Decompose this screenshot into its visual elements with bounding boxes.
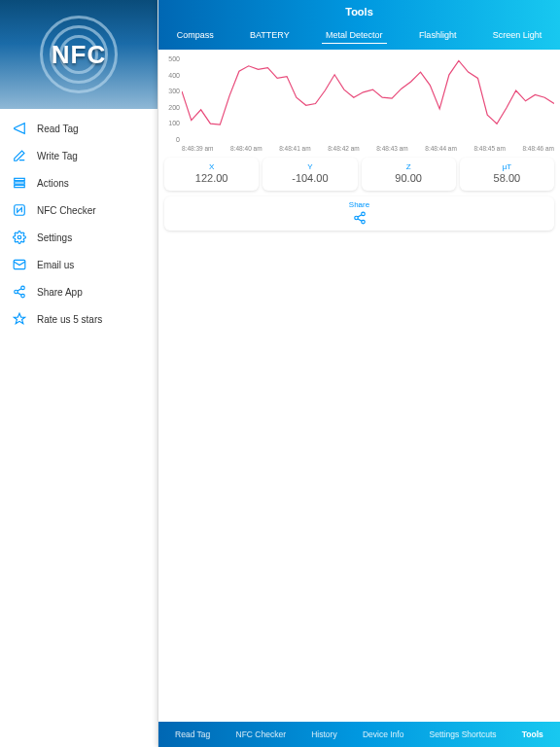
svg-point-10 — [354, 216, 358, 220]
sidebar-item-label: Actions — [37, 178, 69, 189]
reading-value: 58.00 — [462, 172, 552, 184]
sidebar-item-label: Share App — [37, 287, 83, 298]
bottom-nav: Read Tag NFC Checker History Device Info… — [158, 722, 560, 747]
reading-label: Z — [364, 162, 454, 171]
edit-icon — [12, 148, 27, 163]
svg-rect-2 — [15, 185, 25, 187]
sidebar-item-nfc-checker[interactable]: NFC Checker — [0, 196, 158, 224]
svg-point-11 — [361, 220, 365, 224]
star-icon — [12, 311, 27, 327]
reading-value: -104.00 — [264, 172, 355, 184]
sidebar-item-actions[interactable]: Actions — [0, 169, 158, 196]
sidebar-item-share-app[interactable]: Share App — [0, 278, 158, 305]
svg-point-6 — [21, 286, 25, 290]
megaphone-icon — [12, 121, 27, 136]
svg-point-8 — [21, 294, 25, 298]
bottom-item-nfc-checker[interactable]: NFC Checker — [236, 729, 286, 739]
bottom-item-read-tag[interactable]: Read Tag — [175, 729, 210, 739]
sidebar-item-label: Email us — [37, 260, 74, 270]
reading-card-x: X 122.00 — [164, 158, 259, 191]
reading-label: Y — [264, 162, 355, 171]
sidebar-item-label: Read Tag — [37, 124, 79, 134]
sidebar-item-settings[interactable]: Settings — [0, 224, 158, 251]
sidebar-item-label: Write Tag — [37, 151, 78, 161]
reading-card-z: Z 90.00 — [362, 158, 456, 191]
reading-value: 90.00 — [364, 172, 454, 184]
sidebar-hero: NFC — [0, 0, 158, 109]
page-title: Tools — [158, 0, 560, 23]
mail-icon — [12, 257, 27, 272]
reading-card-ut: µT 58.00 — [460, 158, 554, 191]
sidebar-item-email-us[interactable]: Email us — [0, 251, 158, 278]
gear-icon — [12, 230, 27, 245]
svg-point-7 — [15, 290, 18, 294]
tab-battery[interactable]: BATTERY — [246, 27, 294, 44]
sidebar-item-read-tag[interactable]: Read Tag — [0, 115, 158, 142]
bottom-item-settings-shortcuts[interactable]: Settings Shortcuts — [430, 729, 497, 739]
share-button[interactable]: Share — [164, 196, 554, 231]
tab-metal-detector[interactable]: Metal Detector — [322, 27, 387, 44]
tab-flashlight[interactable]: Flashlight — [415, 27, 461, 44]
sidebar-item-rate-us[interactable]: Rate us 5 stars — [0, 305, 158, 333]
reading-card-y: Y -104.00 — [262, 158, 357, 191]
nfc-icon — [12, 202, 27, 218]
bottom-item-tools[interactable]: Tools — [522, 729, 543, 739]
share-icon — [164, 211, 554, 225]
reading-value: 122.00 — [166, 172, 257, 184]
sidebar-item-label: Rate us 5 stars — [37, 314, 102, 325]
list-icon — [12, 175, 27, 191]
bottom-item-device-info[interactable]: Device Info — [363, 729, 404, 739]
reading-label: X — [166, 162, 257, 171]
share-label: Share — [164, 200, 554, 209]
app-logo-text: NFC — [52, 40, 106, 70]
tab-screen-light[interactable]: Screen Light — [489, 27, 546, 44]
bottom-item-history[interactable]: History — [311, 729, 336, 739]
reading-label: µT — [462, 162, 552, 171]
sidebar-item-label: NFC Checker — [37, 205, 96, 216]
svg-rect-0 — [15, 178, 25, 180]
metal-detector-chart: 5004003002001000 — [182, 55, 554, 143]
tool-tabs: Compass BATTERY Metal Detector Flashligh… — [158, 23, 560, 50]
sidebar-item-write-tag[interactable]: Write Tag — [0, 142, 158, 169]
sidebar-item-label: Settings — [37, 232, 72, 243]
svg-rect-1 — [15, 182, 25, 184]
svg-point-4 — [18, 235, 21, 239]
svg-point-9 — [361, 212, 365, 216]
tab-compass[interactable]: Compass — [173, 27, 218, 44]
share-icon — [12, 284, 27, 300]
